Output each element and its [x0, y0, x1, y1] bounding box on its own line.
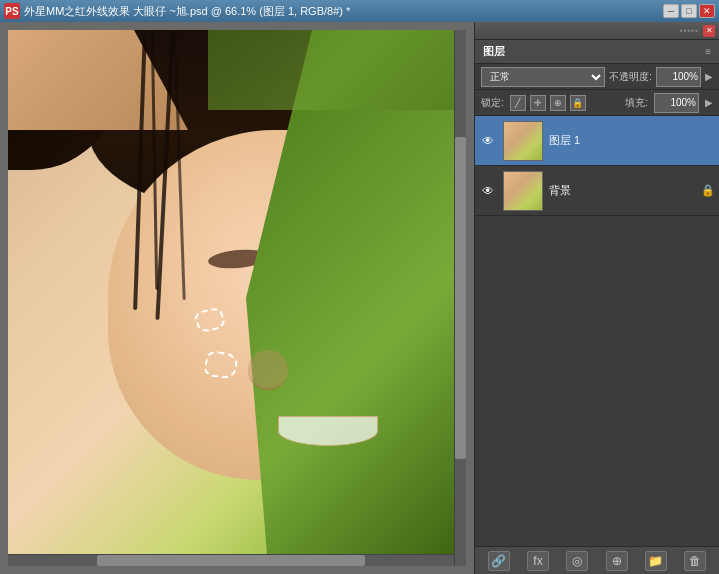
- canvas-hscrollbar[interactable]: [8, 554, 454, 566]
- background-name: 背景: [549, 183, 695, 198]
- drag-handle-dots: ▪▪▪▪▪: [680, 26, 699, 35]
- canvas-hscrollbar-thumb[interactable]: [97, 555, 365, 566]
- app-icon: PS: [4, 3, 20, 19]
- layer1-name: 图层 1: [549, 133, 715, 148]
- layers-panel-title-bar: 图层 ≡: [475, 40, 719, 64]
- fill-label: 填充:: [625, 96, 648, 110]
- window-title: 外星MM之红外线效果 大眼仔 ~旭.psd @ 66.1% (图层 1, RGB…: [24, 4, 350, 19]
- fill-arrow[interactable]: ▶: [705, 97, 713, 108]
- fill-input[interactable]: [654, 93, 699, 113]
- opacity-input[interactable]: [656, 67, 701, 87]
- background-lock-icon: 🔒: [701, 184, 715, 197]
- leaves-top: [208, 30, 466, 110]
- lock-position-icon[interactable]: ✛: [530, 95, 546, 111]
- new-group-button[interactable]: 📁: [645, 551, 667, 571]
- close-button[interactable]: ✕: [699, 4, 715, 18]
- title-bar: PS 外星MM之红外线效果 大眼仔 ~旭.psd @ 66.1% (图层 1, …: [0, 0, 719, 22]
- lock-artboard-icon[interactable]: ⊕: [550, 95, 566, 111]
- background-thumbnail: [503, 171, 543, 211]
- smile-area: [278, 416, 378, 446]
- panel-close-button[interactable]: ✕: [703, 25, 715, 37]
- photo-background: [8, 30, 466, 566]
- background-visibility-toggle[interactable]: 👁: [479, 182, 497, 200]
- photo-canvas: [8, 30, 466, 566]
- canvas-vscrollbar[interactable]: [454, 30, 466, 566]
- delete-layer-button[interactable]: 🗑: [684, 551, 706, 571]
- title-bar-left: PS 外星MM之红外线效果 大眼仔 ~旭.psd @ 66.1% (图层 1, …: [4, 3, 350, 19]
- canvas-vscrollbar-thumb[interactable]: [455, 137, 466, 459]
- lock-pixels-icon[interactable]: ╱: [510, 95, 526, 111]
- layer-mask-button[interactable]: ◎: [566, 551, 588, 571]
- blend-mode-select[interactable]: 正常 溶解 正片叠底 滤色: [481, 67, 605, 87]
- canvas-area[interactable]: [0, 22, 474, 574]
- nose-area: [248, 350, 288, 390]
- layers-panel-title: 图层: [483, 44, 505, 59]
- layers-toolbar: 🔗 fx ◎ ⊕ 📁 🗑: [475, 546, 719, 574]
- layer-item-layer1[interactable]: 👁 图层 1: [475, 116, 719, 166]
- opacity-arrow[interactable]: ▶: [705, 71, 713, 82]
- layer-item-background[interactable]: 👁 背景 🔒: [475, 166, 719, 216]
- lock-label: 锁定:: [481, 96, 504, 110]
- layer-effects-button[interactable]: fx: [527, 551, 549, 571]
- adjustment-layer-button[interactable]: ⊕: [606, 551, 628, 571]
- layer1-visibility-toggle[interactable]: 👁: [479, 132, 497, 150]
- opacity-label: 不透明度:: [609, 70, 652, 84]
- lock-fill-row: 锁定: ╱ ✛ ⊕ 🔒 填充: ▶: [475, 90, 719, 116]
- minimize-button[interactable]: ─: [663, 4, 679, 18]
- layers-list[interactable]: 👁 图层 1 👁 背景 🔒: [475, 116, 719, 546]
- link-layers-button[interactable]: 🔗: [488, 551, 510, 571]
- lock-icons-group: ╱ ✛ ⊕ 🔒: [510, 95, 586, 111]
- layers-menu-icon[interactable]: ≡: [705, 46, 711, 57]
- lock-all-icon[interactable]: 🔒: [570, 95, 586, 111]
- blend-opacity-row: 正常 溶解 正片叠底 滤色 不透明度: ▶: [475, 64, 719, 90]
- window-controls[interactable]: ─ □ ✕: [663, 4, 715, 18]
- maximize-button[interactable]: □: [681, 4, 697, 18]
- panel-drag-handle[interactable]: ▪▪▪▪▪ ✕: [475, 22, 719, 40]
- main-container: ▪▪▪▪▪ ✕ 图层 ≡ 正常 溶解 正片叠底 滤色 不透明度: ▶ 锁定: ╱: [0, 22, 719, 574]
- layer1-thumbnail: [503, 121, 543, 161]
- layers-panel: ▪▪▪▪▪ ✕ 图层 ≡ 正常 溶解 正片叠底 滤色 不透明度: ▶ 锁定: ╱: [474, 22, 719, 574]
